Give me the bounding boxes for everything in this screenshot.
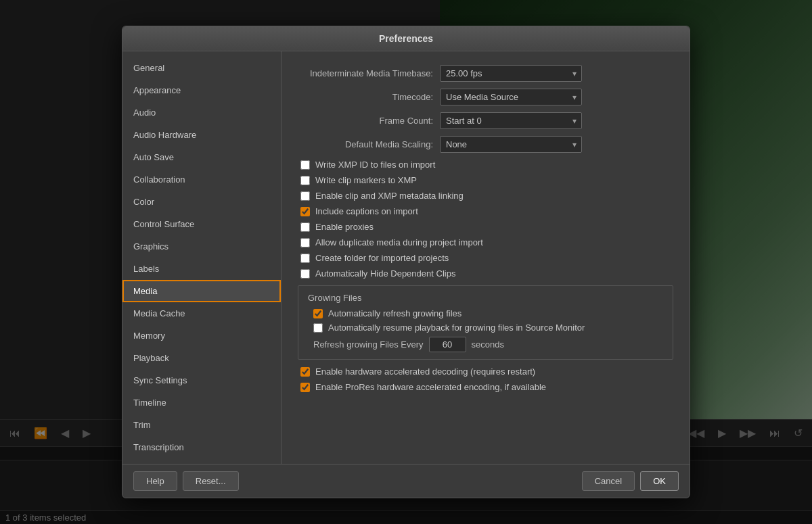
sidebar-item-audio-hardware[interactable]: Audio Hardware bbox=[122, 124, 281, 146]
sidebar-item-media[interactable]: Media bbox=[122, 280, 281, 302]
captions-label: Include captions on import bbox=[315, 206, 418, 216]
auto-refresh-label: Automatically refresh growing files bbox=[328, 308, 461, 318]
sidebar-item-trim[interactable]: Trim bbox=[122, 414, 281, 436]
refresh-interval-input[interactable] bbox=[429, 337, 466, 352]
scaling-row: Default Media Scaling: None bbox=[298, 136, 673, 153]
indeterminate-row: Indeterminate Media Timebase: 25.00 fps bbox=[298, 65, 673, 82]
sidebar: General Appearance Audio Audio Hardware … bbox=[122, 51, 281, 464]
checkbox-proxies: Enable proxies bbox=[298, 222, 673, 232]
timecode-row: Timecode: Use Media Source bbox=[298, 89, 673, 105]
checkbox-xmp-linking: Enable clip and XMP metadata linking bbox=[298, 191, 673, 201]
sidebar-item-color[interactable]: Color bbox=[122, 191, 281, 213]
auto-refresh-checkbox[interactable] bbox=[313, 309, 323, 318]
checkbox-folder: Create folder for imported projects bbox=[298, 253, 673, 263]
sidebar-item-graphics[interactable]: Graphics bbox=[122, 235, 281, 258]
auto-resume-checkbox[interactable] bbox=[313, 323, 323, 333]
refresh-unit: seconds bbox=[472, 339, 504, 350]
clip-markers-checkbox[interactable] bbox=[300, 176, 310, 185]
checkbox-hw-decode: Enable hardware accelerated decoding (re… bbox=[298, 366, 673, 377]
footer-left-buttons: Help Reset... bbox=[133, 471, 239, 491]
sidebar-item-control-surface[interactable]: Control Surface bbox=[122, 213, 281, 235]
folder-checkbox[interactable] bbox=[300, 254, 310, 263]
sidebar-item-sync-settings[interactable]: Sync Settings bbox=[122, 369, 281, 391]
proxies-checkbox[interactable] bbox=[300, 222, 310, 232]
xmp-linking-label: Enable clip and XMP metadata linking bbox=[315, 191, 464, 201]
content-area: Indeterminate Media Timebase: 25.00 fps … bbox=[281, 51, 690, 464]
indeterminate-label: Indeterminate Media Timebase: bbox=[298, 68, 433, 78]
checkbox-clip-markers: Write clip markers to XMP bbox=[298, 175, 673, 185]
prores-encode-label: Enable ProRes hardware accelerated encod… bbox=[315, 382, 546, 392]
checkbox-auto-resume: Automatically resume playback for growin… bbox=[308, 323, 663, 333]
sidebar-item-media-cache[interactable]: Media Cache bbox=[122, 302, 281, 325]
refresh-interval-row: Refresh growing Files Every seconds bbox=[308, 337, 663, 352]
xmp-id-checkbox[interactable] bbox=[300, 160, 310, 170]
dialog-body: General Appearance Audio Audio Hardware … bbox=[122, 51, 690, 464]
prores-encode-checkbox[interactable] bbox=[300, 383, 310, 392]
sidebar-item-timeline[interactable]: Timeline bbox=[122, 391, 281, 414]
growing-files-section: Growing Files Automatically refresh grow… bbox=[298, 285, 673, 360]
sidebar-item-playback[interactable]: Playback bbox=[122, 347, 281, 369]
sidebar-item-collaboration[interactable]: Collaboration bbox=[122, 168, 281, 191]
growing-files-title: Growing Files bbox=[308, 293, 663, 303]
checkbox-captions: Include captions on import bbox=[298, 206, 673, 216]
xmp-id-label: Write XMP ID to files on import bbox=[315, 160, 435, 170]
checkbox-prores: Enable ProRes hardware accelerated encod… bbox=[298, 382, 673, 392]
footer-right-buttons: Cancel OK bbox=[582, 471, 679, 491]
sidebar-item-auto-save[interactable]: Auto Save bbox=[122, 146, 281, 168]
auto-resume-label: Automatically resume playback for growin… bbox=[328, 323, 585, 333]
indeterminate-select[interactable]: 25.00 fps bbox=[440, 65, 582, 82]
clip-markers-label: Write clip markers to XMP bbox=[315, 175, 417, 185]
checkbox-xmp-id: Write XMP ID to files on import bbox=[298, 160, 673, 170]
modal-overlay: Preferences General Appearance Audio Aud… bbox=[0, 0, 812, 524]
sidebar-item-general[interactable]: General bbox=[122, 57, 281, 79]
ok-button[interactable]: OK bbox=[640, 471, 679, 491]
refresh-label: Refresh growing Files Every bbox=[313, 339, 424, 350]
frame-count-select-wrapper: Start at 0 bbox=[440, 112, 582, 129]
sidebar-item-transcription[interactable]: Transcription bbox=[122, 436, 281, 458]
hide-dependent-label: Automatically Hide Dependent Clips bbox=[315, 268, 455, 279]
frame-count-select[interactable]: Start at 0 bbox=[440, 112, 582, 129]
cancel-button[interactable]: Cancel bbox=[582, 471, 635, 491]
sidebar-item-appearance[interactable]: Appearance bbox=[122, 79, 281, 101]
scaling-select[interactable]: None bbox=[440, 136, 582, 153]
preferences-dialog: Preferences General Appearance Audio Aud… bbox=[122, 26, 690, 498]
xmp-linking-checkbox[interactable] bbox=[300, 191, 310, 201]
duplicate-checkbox[interactable] bbox=[300, 238, 310, 247]
sidebar-item-memory[interactable]: Memory bbox=[122, 325, 281, 347]
proxies-label: Enable proxies bbox=[315, 222, 374, 232]
frame-count-row: Frame Count: Start at 0 bbox=[298, 112, 673, 129]
captions-checkbox[interactable] bbox=[300, 207, 310, 216]
hw-decode-label: Enable hardware accelerated decoding (re… bbox=[315, 366, 535, 377]
frame-count-label: Frame Count: bbox=[298, 116, 433, 126]
sidebar-item-audio[interactable]: Audio bbox=[122, 101, 281, 124]
help-button[interactable]: Help bbox=[133, 471, 177, 491]
indeterminate-select-wrapper: 25.00 fps bbox=[440, 65, 582, 82]
duplicate-label: Allow duplicate media during project imp… bbox=[315, 237, 483, 247]
folder-label: Create folder for imported projects bbox=[315, 253, 449, 263]
timecode-label: Timecode: bbox=[298, 92, 433, 102]
hide-dependent-checkbox[interactable] bbox=[300, 269, 310, 279]
sidebar-item-labels[interactable]: Labels bbox=[122, 258, 281, 280]
checkbox-hide-dependent: Automatically Hide Dependent Clips bbox=[298, 268, 673, 279]
dialog-titlebar: Preferences bbox=[122, 26, 690, 51]
timecode-select[interactable]: Use Media Source bbox=[440, 89, 582, 105]
reset-button[interactable]: Reset... bbox=[183, 471, 239, 491]
checkbox-auto-refresh: Automatically refresh growing files bbox=[308, 308, 663, 318]
hw-decode-checkbox[interactable] bbox=[300, 367, 310, 377]
checkbox-duplicate: Allow duplicate media during project imp… bbox=[298, 237, 673, 247]
dialog-title: Preferences bbox=[379, 33, 433, 44]
timecode-select-wrapper: Use Media Source bbox=[440, 89, 582, 105]
scaling-select-wrapper: None bbox=[440, 136, 582, 153]
scaling-label: Default Media Scaling: bbox=[298, 139, 433, 149]
dialog-footer: Help Reset... Cancel OK bbox=[122, 464, 690, 498]
